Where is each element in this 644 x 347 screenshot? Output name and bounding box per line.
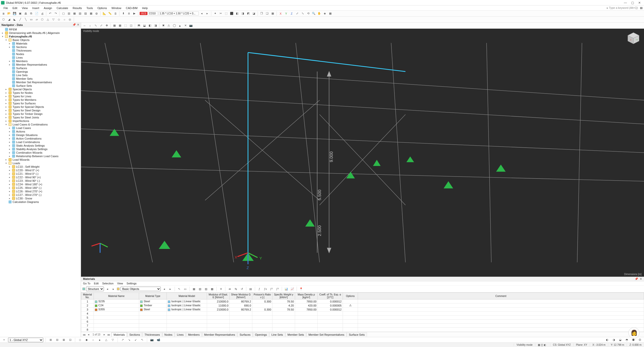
tree-node[interactable]: Line Sets (0, 73, 81, 77)
iso-icon[interactable]: ◈ (322, 11, 327, 16)
snap1-icon[interactable]: ⊞ (48, 337, 53, 342)
tree-node[interactable]: Openings (0, 70, 81, 73)
cs-select[interactable]: 1 - Global XYZ (8, 338, 43, 342)
tree-node[interactable]: ▸Imperfections (0, 119, 81, 123)
snap7-icon[interactable]: ○ (91, 337, 96, 342)
menu-insert[interactable]: Insert (30, 6, 41, 10)
mat-tb-g-icon[interactable]: ↺ (239, 286, 244, 291)
col-opts[interactable]: Options (343, 293, 358, 299)
materials-pin-icon[interactable]: 📌 (635, 277, 638, 281)
filter-icon[interactable]: ✦ (213, 11, 218, 16)
tab-last-icon[interactable]: ⏭ (107, 333, 111, 336)
navigator-tree[interactable]: RFEM▸Dimensioning with Results.rf6 | All… (0, 27, 81, 337)
tab-line-sets[interactable]: Line Sets (269, 332, 285, 337)
vp-t19-icon[interactable]: 📷 (188, 23, 193, 28)
snap3-icon[interactable]: ⊠ (61, 337, 66, 342)
col-comment[interactable]: Comment (358, 293, 644, 299)
col-g[interactable]: Shear Modulus G [N/mm²] (230, 293, 252, 299)
tree-node[interactable]: ▸Action Combinations (0, 137, 81, 140)
vp-t9-icon[interactable]: ◫ (129, 23, 134, 28)
vp-t7-icon[interactable]: ▩ (117, 23, 123, 28)
view3-icon[interactable]: ▦ (72, 11, 77, 16)
tree-twist-icon[interactable]: ▾ (1, 35, 4, 38)
tab-lines[interactable]: Lines (175, 332, 186, 337)
tab-nodes[interactable]: Nodes (162, 332, 175, 337)
tree-node[interactable]: ▸Special Objects (0, 88, 81, 91)
pan-icon[interactable]: ✋ (317, 11, 322, 16)
snap10-icon[interactable]: ▽ (110, 337, 115, 342)
tree-twist-icon[interactable]: ▸ (8, 176, 11, 179)
col-e[interactable]: Modulus of Elast. E [N/mm²] (207, 293, 230, 299)
tree-twist-icon[interactable]: ▸ (8, 190, 11, 193)
tree-node[interactable]: Nodes (0, 52, 81, 56)
vid-icon[interactable]: 📹 (156, 337, 161, 342)
mat-menu-settings[interactable]: Settings (127, 282, 137, 285)
tb2-11-icon[interactable]: ◇ (56, 17, 61, 22)
tree-twist-icon[interactable]: ▸ (5, 99, 8, 101)
table-row[interactable]: 5 (81, 316, 644, 320)
prev-combo-icon[interactable]: ◂ (199, 11, 204, 16)
axis-xz-icon[interactable]: ⤡ (300, 11, 305, 16)
vp-t2-icon[interactable]: ↕ (88, 23, 93, 28)
tree-node[interactable]: ▸LC24 - Wind 180° (+) (0, 183, 81, 186)
tree-twist-icon[interactable]: ▸ (8, 137, 11, 140)
menu-help[interactable]: Help (140, 6, 150, 10)
table-row[interactable]: 7 (81, 324, 644, 328)
tree-node[interactable]: ▸Materials (0, 42, 81, 45)
measure-icon[interactable]: 📐 (102, 11, 107, 16)
mat-tb-fx-icon[interactable]: ƒ (257, 286, 262, 291)
mat-structure-select[interactable]: Structure (86, 287, 104, 291)
tree-node[interactable]: Calculation Diagrams (0, 200, 81, 204)
view2-icon[interactable]: ▥ (66, 11, 71, 16)
mat-tb-fx2-icon[interactable]: ƒx (263, 286, 268, 291)
snap11-icon[interactable]: ↗ (120, 337, 125, 342)
tb2-1-icon[interactable]: ⬡ (1, 17, 6, 22)
cam-icon[interactable]: 📷 (149, 337, 154, 342)
close-button[interactable]: ✕ (636, 0, 643, 5)
mat-tb-h-icon[interactable]: ▤ (248, 286, 253, 291)
mat-tb-a-icon[interactable]: ▦ (191, 286, 196, 291)
cube-icon[interactable]: ❒ (259, 11, 264, 16)
tb2-12-icon[interactable]: ○ (62, 17, 67, 22)
s1-icon[interactable]: ◐ (605, 337, 610, 342)
view5-icon[interactable]: ▨ (83, 11, 88, 16)
tab-member-set-representatives[interactable]: Member Set Representatives (306, 332, 346, 337)
tb2-2-icon[interactable]: ◢ (7, 17, 12, 22)
tree-node[interactable]: ▸LC26 - Wind 270° (+) (0, 190, 81, 193)
col-gamma[interactable]: Specific Weight γ [kN/m³] (272, 293, 295, 299)
tb2-3-icon[interactable]: ◣ (12, 17, 17, 22)
tb2-4-icon[interactable]: ╱ (18, 17, 23, 22)
tree-node[interactable]: ▸Dimensioning with Results.rf6 | Allgeme… (0, 31, 81, 35)
tree-node[interactable]: ▸LC10 - Self-Weight (0, 165, 81, 168)
mat-tb-del-icon[interactable]: ✕ (218, 286, 223, 291)
tree-twist-icon[interactable]: ▸ (5, 102, 8, 105)
tree-node[interactable]: ▸LC21 - Wind 0° (-) (0, 172, 81, 176)
mat-menu-selection[interactable]: Selection (102, 282, 113, 285)
display-icon[interactable]: ▦ (328, 11, 333, 16)
mat-menu-view[interactable]: View (117, 282, 123, 285)
tree-twist-icon[interactable]: ▸ (1, 32, 4, 34)
view1-icon[interactable]: ▢ (61, 11, 66, 16)
snap14-icon[interactable]: ↖ (140, 337, 145, 342)
materials-close-icon[interactable]: ✕ (640, 277, 642, 281)
menu-tools[interactable]: Tools (84, 6, 95, 10)
col-type[interactable]: Material Type (139, 293, 167, 299)
snap12-icon[interactable]: ↘ (127, 337, 132, 342)
cs-icon[interactable]: ⌖ (2, 337, 7, 342)
save-icon[interactable]: 💾 (12, 11, 17, 16)
menu-view[interactable]: View (20, 6, 30, 10)
tree-twist-icon[interactable]: ▸ (8, 130, 11, 133)
mat-tb-f-icon[interactable]: ⇆ (233, 286, 238, 291)
mat-tb-n2-icon[interactable]: ▸ (168, 286, 173, 291)
tree-twist-icon[interactable]: ▸ (5, 92, 8, 94)
tree-twist-icon[interactable]: ▸ (8, 144, 11, 147)
zoom-icon[interactable]: 🔍 (311, 11, 316, 16)
tree-twist-icon[interactable]: ▸ (5, 116, 8, 119)
block-icon[interactable]: ▣ (18, 11, 23, 16)
vp-t15-icon[interactable]: ⚠ (166, 23, 171, 28)
view7-icon[interactable]: ◍ (94, 11, 99, 16)
col-model[interactable]: Material Model (167, 293, 207, 299)
menu-assign[interactable]: Assign (42, 6, 54, 10)
tree-twist-icon[interactable]: ▸ (8, 180, 11, 182)
tree-node[interactable]: Thicknesses (0, 49, 81, 52)
